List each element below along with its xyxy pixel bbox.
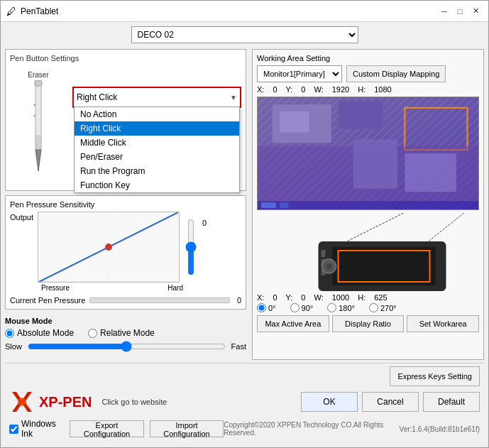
mouse-mode-title: Mouse Mode: [5, 317, 246, 325]
import-config-button[interactable]: Import Configuration: [150, 420, 224, 437]
bottom-controls: Copyright©2020 XPPEN Technology CO.All R…: [224, 421, 480, 437]
option-run-program[interactable]: Run the Program: [75, 164, 239, 178]
export-config-button[interactable]: Export Configuration: [70, 420, 144, 437]
option-function-key[interactable]: Function Key: [75, 178, 239, 192]
orientation-row: 0° 90° 180° 270°: [257, 303, 479, 312]
h-value: 1080: [374, 85, 391, 94]
express-keys-row: Express Keys Setting: [9, 366, 480, 386]
tablet-coords-row: X: 0 Y: 0 W: 1000 H: 625: [257, 293, 479, 302]
main-area: Pen Button Settings Eraser: [5, 49, 484, 360]
device-select-row: DECO 02: [5, 26, 484, 43]
bottom-bar: Express Keys Setting XP-PEN Click go to …: [5, 363, 484, 443]
right-panel: Working Area Setting Monitor1[Primary] C…: [252, 49, 484, 360]
w-value: 1920: [332, 85, 349, 94]
footer-row: Windows Ink Export Configuration Import …: [9, 417, 480, 440]
absolute-mode-radio[interactable]: Absolute Mode: [5, 328, 74, 338]
click-website-label: Click go to website: [101, 398, 167, 406]
svg-rect-18: [258, 201, 478, 209]
express-keys-button[interactable]: Express Keys Setting: [390, 366, 480, 386]
svg-point-35: [18, 398, 26, 406]
tablet-w-label: W:: [314, 293, 323, 302]
ok-button[interactable]: OK: [301, 392, 358, 412]
windows-ink-checkbox[interactable]: Windows Ink: [9, 419, 64, 439]
svg-rect-15: [339, 101, 383, 129]
svg-rect-2: [35, 136, 41, 150]
minimize-button[interactable]: ─: [437, 4, 451, 18]
pressure-value: 0: [202, 212, 207, 227]
pressure-labels: Pressure Hard: [41, 283, 183, 293]
tablet-connection-svg: [257, 213, 479, 291]
pen-area: Eraser: [10, 65, 241, 186]
orientation-180[interactable]: 180°: [327, 303, 355, 312]
x-value: 0: [273, 85, 277, 94]
pen-graphic: Eraser: [10, 71, 67, 173]
svg-rect-22: [353, 139, 397, 188]
title-controls: ─ □ ✕: [437, 4, 483, 18]
orientation-0[interactable]: 0°: [257, 303, 276, 312]
monitor-preview: [257, 97, 479, 210]
orientation-270[interactable]: 270°: [369, 303, 397, 312]
option-pen-eraser[interactable]: Pen/Eraser: [75, 150, 239, 164]
tablet-y-label: Y:: [286, 293, 293, 302]
svg-line-24: [347, 213, 404, 241]
windows-ink-label: Windows Ink: [21, 419, 64, 439]
app-icon: 🖊: [6, 6, 16, 17]
svg-rect-29: [322, 250, 326, 257]
maximize-button[interactable]: □: [453, 4, 467, 18]
window-title: PenTablet: [21, 6, 58, 16]
orientation-90[interactable]: 90°: [290, 303, 314, 312]
working-area-section: Working Area Setting Monitor1[Primary] C…: [252, 49, 484, 360]
tablet-x-value: 0: [273, 293, 277, 302]
tablet-x-label: X:: [257, 293, 264, 302]
cancel-button[interactable]: Cancel: [362, 392, 419, 412]
speed-row: Slow Fast: [5, 341, 246, 352]
pen-action-select[interactable]: No Action Right Click Middle Click Pen/E…: [74, 88, 240, 106]
monitor-coords-row: X: 0 Y: 0 W: 1920 H: 1080: [257, 85, 479, 94]
close-button[interactable]: ✕: [468, 4, 483, 18]
xppen-logo[interactable]: XP-PEN: [9, 389, 92, 415]
xppen-logo-icon: [9, 389, 35, 415]
display-ratio-button[interactable]: Display Ratio: [332, 315, 405, 332]
svg-rect-21: [280, 111, 309, 133]
h-label: H:: [358, 85, 366, 94]
svg-rect-23: [405, 153, 456, 192]
pressure-graph-svg: [38, 212, 179, 282]
pressure-bar-value: 0: [237, 296, 241, 305]
title-bar-left: 🖊 PenTablet: [6, 6, 58, 17]
device-select[interactable]: DECO 02: [131, 26, 358, 43]
pressure-graph: [38, 212, 180, 283]
pressure-bar-track: [89, 297, 229, 303]
option-right-click[interactable]: Right Click: [75, 121, 239, 136]
pressure-slider-area: [184, 212, 198, 275]
tablet-y-value: 0: [301, 293, 305, 302]
pen-button-settings: Pen Button Settings Eraser: [5, 49, 246, 191]
max-active-area-button[interactable]: Max Active Area: [257, 315, 329, 332]
y-label: Y:: [286, 85, 293, 94]
working-area-title: Working Area Setting: [257, 54, 479, 62]
svg-rect-20: [280, 202, 288, 208]
content-area: DECO 02 Pen Button Settings Eraser: [1, 22, 488, 447]
w-label: W:: [314, 85, 323, 94]
svg-marker-3: [35, 150, 41, 171]
set-workarea-button[interactable]: Set Workarea: [407, 315, 479, 332]
eraser-label: Eraser: [28, 71, 48, 79]
fast-label: Fast: [231, 342, 246, 351]
custom-display-button[interactable]: Custom Display Mapping: [346, 65, 446, 82]
relative-mode-radio[interactable]: Relative Mode: [88, 328, 155, 338]
current-pressure-row: Current Pen Pressure 0: [10, 296, 241, 305]
mouse-mode-section: Mouse Mode Absolute Mode Relative Mode S…: [5, 314, 246, 355]
default-button[interactable]: Default: [423, 392, 480, 412]
output-area: Output: [10, 212, 241, 283]
svg-point-10: [105, 244, 112, 251]
option-middle-click[interactable]: Middle Click: [75, 136, 239, 150]
speed-slider[interactable]: [28, 341, 226, 352]
version-text: Ver:1.6.4(Build:81b1e61f): [400, 425, 480, 433]
pressure-slider[interactable]: [184, 219, 198, 275]
main-window: 🖊 PenTablet ─ □ ✕ DECO 02 Pen Button Set…: [0, 0, 489, 448]
slow-label: Slow: [5, 342, 22, 351]
svg-point-33: [326, 263, 332, 269]
svg-line-25: [429, 213, 464, 241]
tablet-w-value: 1000: [332, 293, 349, 302]
option-no-action[interactable]: No Action: [75, 107, 239, 121]
monitor-select[interactable]: Monitor1[Primary]: [257, 65, 342, 82]
